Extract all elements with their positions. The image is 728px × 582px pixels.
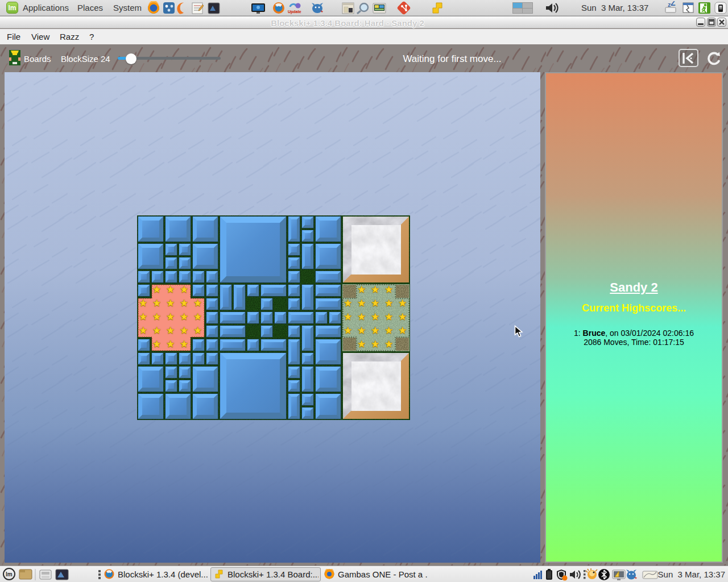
svg-text:Z: Z	[671, 1, 676, 7]
svg-text:Update: Update	[288, 10, 301, 14]
svg-text:lm: lm	[6, 571, 13, 577]
